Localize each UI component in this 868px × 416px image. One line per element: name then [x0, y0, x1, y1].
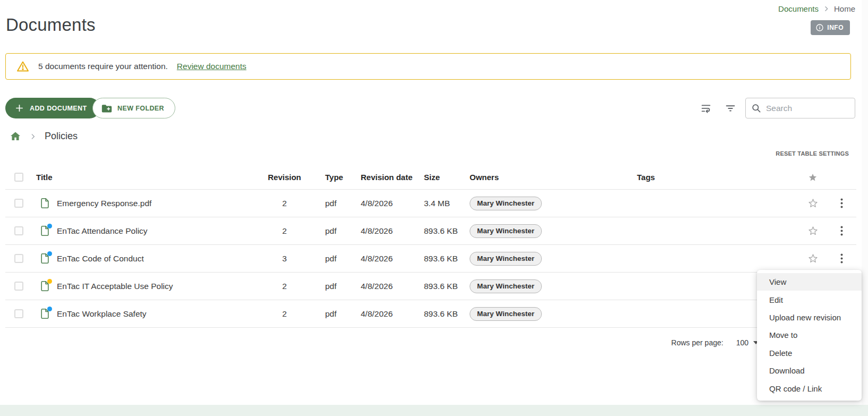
document-title[interactable]: EnTac IT Acceptable Use Policy	[57, 282, 173, 291]
menu-item-upload-new-revision[interactable]: Upload new revision	[757, 309, 862, 326]
owner-chip[interactable]: Mary Winchester	[470, 197, 542, 210]
row-menu-button[interactable]	[838, 196, 845, 210]
table-header-row: Title Revision Type Revision date Size O…	[5, 165, 856, 190]
column-header-revision-date[interactable]: Revision date	[350, 173, 413, 182]
size-cell: 3.4 MB	[413, 199, 459, 208]
search-box	[745, 98, 855, 118]
search-input[interactable]	[766, 104, 849, 113]
row-checkbox[interactable]	[14, 199, 23, 208]
table-row: Emergency Response.pdf 2 pdf 4/8/2026 3.…	[5, 190, 856, 217]
table-row: EnTac Code of Conduct 3 pdf 4/8/2026 893…	[5, 245, 856, 273]
add-document-label: ADD DOCUMENT	[30, 105, 87, 112]
revision-cell: 2	[259, 226, 310, 236]
row-menu-button[interactable]	[838, 224, 845, 238]
chevron-right-icon	[823, 5, 830, 12]
table-footer: Rows per page: 100	[5, 328, 856, 358]
home-icon[interactable]	[10, 131, 21, 142]
column-header-favorite[interactable]	[799, 172, 827, 183]
search-icon	[751, 103, 761, 113]
rows-per-page-value: 100	[736, 338, 748, 347]
wrap-text-icon	[700, 102, 712, 114]
type-cell: pdf	[310, 254, 350, 264]
row-checkbox[interactable]	[14, 282, 23, 291]
page-background-band	[0, 405, 868, 416]
favorite-button[interactable]	[805, 223, 821, 239]
revision-date-cell: 4/8/2026	[350, 309, 413, 319]
star-filled-icon	[807, 172, 818, 183]
type-cell: pdf	[310, 282, 350, 291]
owner-chip[interactable]: Mary Winchester	[470, 252, 542, 266]
folder-breadcrumb-current: Policies	[45, 131, 78, 142]
row-checkbox[interactable]	[14, 254, 23, 263]
owner-chip[interactable]: Mary Winchester	[470, 279, 542, 293]
folder-breadcrumb: Policies	[10, 131, 78, 142]
menu-item-qr-code-link[interactable]: QR code / Link	[757, 379, 862, 397]
size-cell: 893.6 KB	[413, 282, 459, 291]
owner-chip[interactable]: Mary Winchester	[470, 307, 542, 321]
page-title: Documents	[6, 15, 96, 35]
favorite-button[interactable]	[805, 251, 821, 266]
document-title[interactable]: EnTac Attendance Policy	[57, 226, 148, 236]
row-checkbox[interactable]	[14, 226, 23, 235]
breadcrumb: Documents Home	[778, 4, 855, 13]
menu-item-delete[interactable]: Delete	[757, 344, 862, 362]
chevron-right-icon	[29, 133, 37, 140]
file-icon	[40, 198, 50, 209]
column-header-owners[interactable]: Owners	[459, 173, 627, 182]
document-title[interactable]: EnTac Workplace Safety	[57, 309, 147, 319]
rows-per-page-label: Rows per page:	[671, 338, 724, 347]
documents-table: Title Revision Type Revision date Size O…	[5, 165, 856, 358]
reset-table-settings-button[interactable]: RESET TABLE SETTINGS	[776, 150, 849, 157]
row-checkbox[interactable]	[14, 309, 23, 318]
star-outline-icon	[807, 225, 819, 236]
table-row: EnTac IT Acceptable Use Policy 2 pdf 4/8…	[5, 273, 856, 300]
new-folder-label: NEW FOLDER	[117, 105, 164, 112]
menu-item-download[interactable]: Download	[757, 362, 862, 379]
new-folder-button[interactable]: NEW FOLDER	[92, 98, 175, 118]
breadcrumb-documents-link[interactable]: Documents	[778, 4, 819, 13]
attention-banner-message: 5 documents require your attention.	[38, 62, 168, 71]
column-header-title[interactable]: Title	[31, 173, 259, 182]
menu-item-view[interactable]: View	[757, 273, 862, 291]
kebab-icon	[840, 253, 843, 264]
info-button[interactable]: INFO	[811, 20, 850, 35]
review-documents-link[interactable]: Review documents	[177, 62, 246, 71]
document-title[interactable]: EnTac Code of Conduct	[57, 254, 144, 264]
folder-plus-icon	[101, 104, 112, 113]
document-title[interactable]: Emergency Response.pdf	[57, 199, 151, 208]
add-document-button[interactable]: ADD DOCUMENT	[5, 98, 100, 118]
row-menu-button[interactable]	[838, 251, 845, 266]
type-cell: pdf	[310, 309, 350, 319]
menu-item-edit[interactable]: Edit	[757, 291, 862, 308]
revision-cell: 3	[259, 254, 310, 264]
column-header-type[interactable]: Type	[310, 173, 350, 182]
revision-cell: 2	[259, 282, 310, 291]
breadcrumb-home: Home	[834, 4, 855, 13]
attention-banner: 5 documents require your attention. Revi…	[5, 53, 851, 80]
size-cell: 893.6 KB	[413, 226, 459, 236]
column-header-revision[interactable]: Revision	[259, 173, 310, 182]
file-icon	[40, 281, 50, 292]
table-row: EnTac Attendance Policy 2 pdf 4/8/2026 8…	[5, 217, 856, 245]
column-header-tags[interactable]: Tags	[627, 173, 799, 182]
filter-button[interactable]	[721, 99, 739, 117]
rows-per-page-select[interactable]: 100	[736, 338, 759, 347]
star-outline-icon	[807, 198, 819, 209]
column-header-size[interactable]: Size	[413, 173, 459, 182]
owner-chip[interactable]: Mary Winchester	[470, 224, 542, 238]
revision-date-cell: 4/8/2026	[350, 199, 413, 208]
revision-date-cell: 4/8/2026	[350, 226, 413, 236]
revision-date-cell: 4/8/2026	[350, 282, 413, 291]
row-context-menu: View Edit Upload new revision Move to De…	[757, 270, 862, 401]
warning-icon	[16, 61, 29, 72]
size-cell: 893.6 KB	[413, 254, 459, 264]
menu-item-move-to[interactable]: Move to	[757, 326, 862, 344]
select-all-checkbox[interactable]	[14, 173, 23, 182]
revision-date-cell: 4/8/2026	[350, 254, 413, 264]
wrap-text-toggle-button[interactable]	[697, 99, 715, 117]
star-outline-icon	[807, 253, 819, 264]
table-row: EnTac Workplace Safety 2 pdf 4/8/2026 89…	[5, 300, 856, 328]
favorite-button[interactable]	[805, 196, 821, 211]
file-icon	[40, 225, 50, 236]
size-cell: 893.6 KB	[413, 309, 459, 319]
